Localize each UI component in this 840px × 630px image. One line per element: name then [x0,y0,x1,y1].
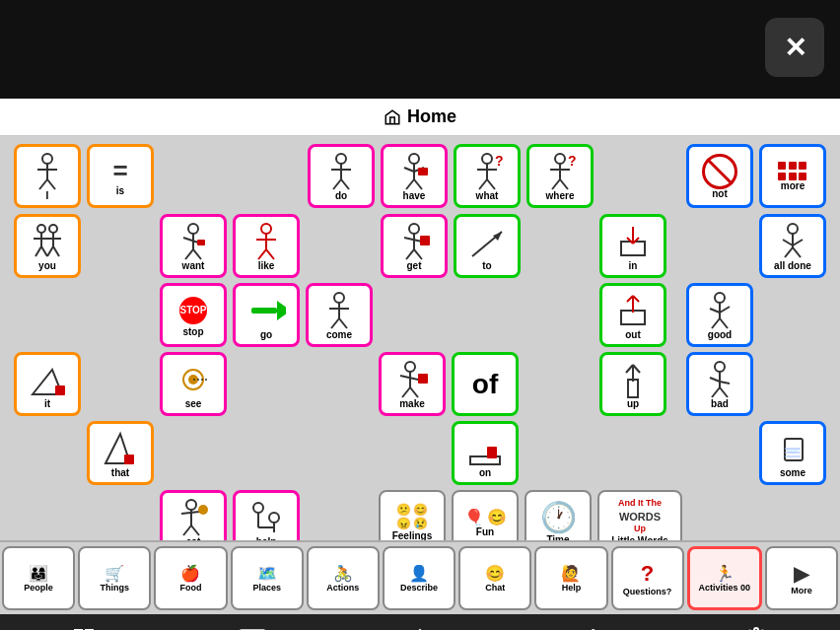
svg-line-48 [258,249,266,259]
svg-point-118 [198,505,208,515]
svg-rect-53 [420,236,430,245]
cell-some[interactable]: some [759,421,826,485]
svg-line-85 [720,318,728,328]
cat-help[interactable]: 🙋 Help [534,546,607,610]
svg-line-4 [47,179,55,189]
svg-point-17 [482,154,492,164]
cell-want[interactable]: want [160,214,227,278]
svg-point-30 [49,225,57,233]
cell-eat[interactable]: eat [160,490,227,540]
svg-line-104 [720,382,730,384]
svg-point-29 [37,225,45,233]
category-bar: 👨‍👩‍👧 People 🛒 Things 🍎 Food 🗺️ Places 🚴… [0,540,840,614]
home-title: Home [407,106,456,127]
svg-line-16 [414,179,422,189]
home-button[interactable] [395,619,445,630]
svg-point-121 [253,503,263,513]
cat-questions[interactable]: ? Questions? [611,546,684,610]
svg-point-10 [409,154,419,164]
cell-stop[interactable]: STOP stop [160,283,227,347]
cell-out[interactable]: out [599,283,666,347]
cell-all-done[interactable]: all done [759,214,826,278]
cell-in[interactable]: in [599,214,666,278]
svg-line-8 [333,179,341,189]
svg-line-117 [181,512,199,514]
cell-have[interactable]: have [381,144,448,208]
svg-rect-58 [621,242,645,255]
svg-line-44 [193,249,201,259]
grid-button[interactable] [59,619,108,630]
svg-marker-70 [277,301,286,320]
svg-rect-97 [628,380,638,397]
svg-point-80 [715,293,725,303]
cat-time[interactable]: 🕐 Time [525,490,592,540]
svg-line-75 [339,318,347,328]
cell-help[interactable]: help [233,490,300,540]
cell-it[interactable]: it [14,352,81,416]
svg-point-71 [334,293,344,303]
cat-fun[interactable]: 🎈😊 Fun [452,490,519,540]
cell-get[interactable]: get [381,214,448,278]
cell-i[interactable]: I [14,144,81,208]
svg-line-65 [793,240,803,245]
svg-rect-110 [487,447,497,458]
svg-rect-87 [55,385,65,395]
cat-actions[interactable]: 🚴 Actions [307,546,380,610]
cell-come[interactable]: come [306,283,373,347]
svg-rect-42 [197,240,205,245]
cell-up[interactable]: up [599,352,666,416]
cat-things[interactable]: 🛒 Things [78,546,151,610]
cell-to[interactable]: to [454,214,521,278]
cell-not[interactable]: not [686,144,753,208]
svg-line-3 [39,179,47,189]
cat-more[interactable]: ▶ More [765,546,838,610]
cell-do[interactable]: do [308,144,375,208]
settings-button[interactable] [732,619,781,630]
svg-line-43 [185,249,193,259]
svg-line-27 [560,179,568,189]
pen-button[interactable] [563,619,612,630]
svg-line-100 [633,365,640,373]
cell-good[interactable]: good [686,283,753,347]
cat-describe[interactable]: 👤 Describe [383,546,455,610]
svg-rect-94 [418,374,428,384]
svg-text:?: ? [568,153,577,169]
cat-chat[interactable]: 😊 Chat [458,546,531,610]
close-button[interactable]: ✕ [765,18,824,77]
svg-point-45 [261,224,271,234]
cat-people[interactable]: 👨‍👩‍👧 People [2,546,75,610]
cell-go[interactable]: go [233,283,300,347]
cat-places[interactable]: 🗺️ Places [231,546,304,610]
svg-line-35 [35,246,41,256]
cat-feelings[interactable]: 😕😊 😠😢 Feelings [379,490,446,540]
svg-rect-14 [418,168,428,175]
svg-line-15 [406,179,414,189]
svg-line-49 [266,249,274,259]
cell-on[interactable]: on [452,421,519,485]
svg-point-0 [42,154,52,164]
cell-what[interactable]: ? what [454,144,521,208]
cell-more[interactable]: more [759,144,826,208]
cell-like[interactable]: like [233,214,300,278]
svg-line-120 [191,525,199,535]
svg-line-12 [404,168,414,172]
cell-is[interactable]: = is [87,144,154,208]
cell-you[interactable]: you [14,214,81,278]
keyboard-button[interactable] [228,619,277,630]
cell-of[interactable]: of [452,352,519,416]
cat-activities[interactable]: 🏃 Activities 00 [687,546,762,610]
svg-line-26 [552,179,560,189]
cell-where[interactable]: ? where [526,144,594,208]
cell-see[interactable]: see [160,352,227,416]
svg-line-119 [183,525,191,535]
svg-line-55 [414,249,422,259]
svg-rect-76 [621,311,645,324]
cat-little-words[interactable]: And It The WORDS Up Little Words [597,490,682,540]
svg-line-64 [783,240,793,245]
cell-that[interactable]: that [87,421,154,485]
cell-bad[interactable]: bad [686,352,753,416]
cat-food[interactable]: 🍎 Food [154,546,227,610]
svg-line-38 [53,246,59,256]
svg-rect-108 [124,455,134,464]
cell-make[interactable]: make [379,352,446,416]
